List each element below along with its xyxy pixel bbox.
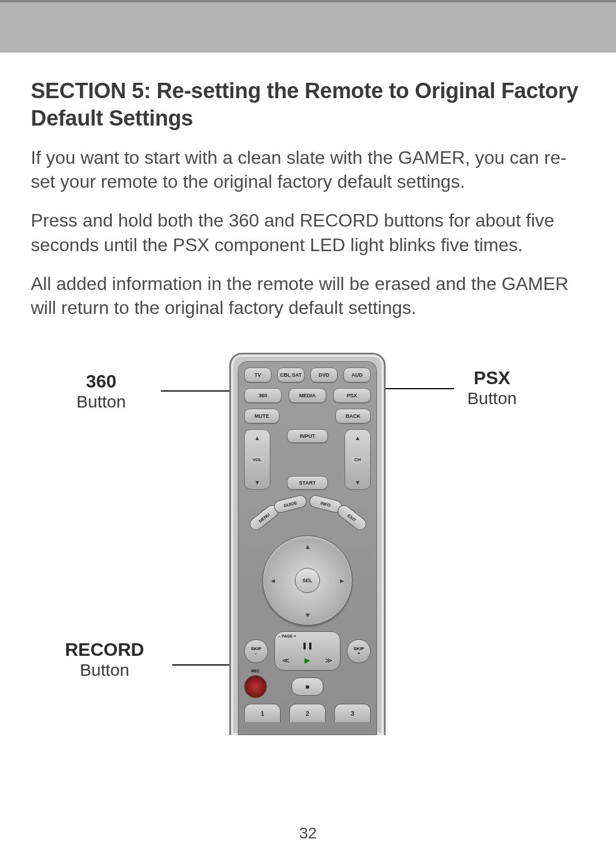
callout-record-sub: Button bbox=[65, 660, 144, 680]
number-row: 1 2 3 bbox=[244, 704, 371, 722]
transport-pad: – PAGE + ❚❚ ≪ ▶ ≫ bbox=[274, 631, 341, 671]
paragraph-1: If you want to start with a clean slate … bbox=[31, 146, 585, 193]
num-3-button: 3 bbox=[334, 704, 371, 722]
remote-row-3: MUTE BACK bbox=[244, 409, 371, 424]
media-button: MEDIA bbox=[289, 388, 326, 403]
d-pad: ▴ ▾ ◂ ▸ SEL bbox=[262, 535, 352, 626]
mute-button: MUTE bbox=[244, 409, 279, 424]
skip-transport-row: SKIP – – PAGE + ❚❚ ≪ ▶ ≫ bbox=[244, 631, 371, 671]
skip-minus-bot: – bbox=[255, 651, 257, 656]
remote-illustration: TV CBL SAT DVD AUD 360 MEDIA PSX MUTE BA… bbox=[229, 353, 386, 735]
psx-button: PSX bbox=[333, 388, 371, 403]
start-button: START bbox=[287, 476, 328, 490]
ch-label: CH bbox=[352, 457, 363, 463]
guide-pill: GUIDE bbox=[273, 494, 308, 514]
callout-360-title: 360 bbox=[76, 371, 126, 392]
callout-record: RECORD Button bbox=[65, 639, 144, 680]
callout-360-sub: Button bbox=[76, 392, 126, 412]
input-button: INPUT bbox=[287, 429, 328, 443]
back-button: BACK bbox=[335, 409, 371, 424]
header-band bbox=[0, 0, 616, 53]
callout-psx: PSX Button bbox=[467, 368, 517, 408]
select-button: SEL bbox=[295, 568, 320, 593]
cbl-sat-button: CBL SAT bbox=[277, 368, 305, 382]
ch-down-icon bbox=[356, 477, 359, 487]
360-button: 360 bbox=[244, 388, 282, 403]
page-content: SECTION 5: Re-setting the Remote to Orig… bbox=[0, 53, 616, 758]
num-1-button: 1 bbox=[244, 704, 281, 722]
tv-button: TV bbox=[244, 368, 271, 382]
ch-up-icon bbox=[356, 432, 359, 442]
pause-icon: ❚❚ bbox=[302, 642, 313, 650]
page-number: 32 bbox=[299, 824, 317, 842]
paragraph-2: Press and hold both the 360 and RECORD b… bbox=[31, 208, 585, 256]
record-button: REC bbox=[244, 675, 267, 698]
aud-button: AUD bbox=[343, 368, 371, 382]
ffwd-icon: ≫ bbox=[325, 656, 333, 664]
dvd-button: DVD bbox=[310, 368, 338, 382]
figure: 360 Button PSX Button RECORD Button TV C… bbox=[31, 353, 585, 758]
callout-psx-sub: Button bbox=[467, 389, 517, 408]
vol-label: VOL bbox=[250, 457, 264, 463]
paragraph-3: All added information in the remote will… bbox=[31, 272, 585, 320]
remote-row-1: TV CBL SAT DVD AUD bbox=[244, 368, 371, 382]
dpad-up-icon: ▴ bbox=[306, 542, 310, 551]
remote-row-2: 360 MEDIA PSX bbox=[244, 388, 371, 403]
volume-rocker: VOL bbox=[244, 429, 270, 490]
callout-record-title: RECORD bbox=[65, 639, 144, 660]
dpad-left-icon: ◂ bbox=[271, 576, 275, 585]
vol-down-icon bbox=[256, 477, 259, 487]
rewind-icon: ≪ bbox=[282, 656, 290, 664]
record-stop-row: REC ■ bbox=[244, 675, 371, 698]
play-icon: ▶ bbox=[305, 656, 310, 664]
skip-plus-button: SKIP + bbox=[347, 639, 371, 663]
channel-rocker: CH bbox=[345, 429, 371, 490]
remote-mid-section: VOL INPUT START CH bbox=[244, 429, 371, 490]
skip-plus-bot: + bbox=[358, 651, 360, 656]
num-2-button: 2 bbox=[289, 704, 326, 722]
remote-face: TV CBL SAT DVD AUD 360 MEDIA PSX MUTE BA… bbox=[238, 361, 377, 735]
vol-up-icon bbox=[256, 432, 259, 442]
exit-pill: EXIT bbox=[335, 503, 368, 533]
callout-360: 360 Button bbox=[76, 371, 126, 412]
page-label: – PAGE + bbox=[275, 634, 340, 638]
callout-psx-title: PSX bbox=[467, 368, 517, 389]
context-pill-arc: MENU GUIDE INFO EXIT bbox=[248, 495, 367, 532]
rec-label: REC bbox=[252, 669, 260, 673]
dpad-right-icon: ▸ bbox=[340, 576, 344, 585]
mid-column: INPUT START bbox=[280, 429, 335, 490]
section-heading: SECTION 5: Re-setting the Remote to Orig… bbox=[31, 78, 585, 132]
stop-button: ■ bbox=[291, 678, 323, 696]
skip-minus-button: SKIP – bbox=[244, 639, 268, 663]
dpad-down-icon: ▾ bbox=[306, 610, 310, 619]
